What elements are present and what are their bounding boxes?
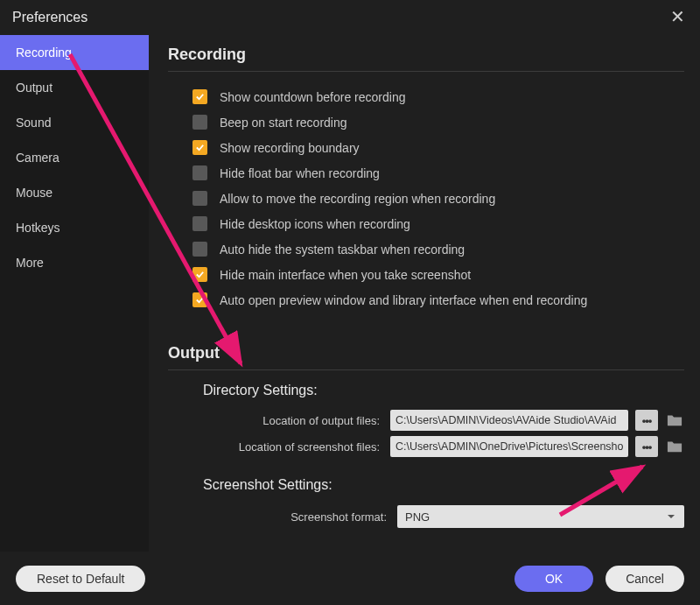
option-row: Hide desktop icons when recording <box>168 211 684 236</box>
output-path-input[interactable]: C:\Users\ADMIN\Videos\AVAide Studio\AVAi… <box>390 410 628 431</box>
checkbox[interactable] <box>192 165 207 180</box>
sidebar-item-mouse[interactable]: Mouse <box>0 175 149 210</box>
chevron-down-icon <box>666 511 676 522</box>
option-row: Allow to move the recording region when … <box>168 186 684 211</box>
sidebar-item-hotkeys[interactable]: Hotkeys <box>0 210 149 245</box>
cancel-button[interactable]: Cancel <box>606 566 684 592</box>
window-title: Preferences <box>12 10 88 25</box>
option-label: Hide float bar when recording <box>220 166 380 180</box>
checkbox[interactable] <box>192 292 207 307</box>
format-value: PNG <box>405 510 430 524</box>
option-row: Auto open preview window and library int… <box>168 287 684 313</box>
checkbox[interactable] <box>192 89 207 104</box>
sidebar-item-label: Hotkeys <box>16 221 60 235</box>
option-label: Show countdown before recording <box>220 90 405 104</box>
browse-button[interactable]: ••• <box>635 436 658 457</box>
option-label: Allow to move the recording region when … <box>220 192 495 206</box>
sidebar-item-output[interactable]: Output <box>0 70 149 105</box>
checkbox[interactable] <box>192 267 207 282</box>
sidebar: Recording Output Sound Camera Mouse Hotk… <box>0 35 149 552</box>
checkbox[interactable] <box>192 191 207 206</box>
dir-label: Location of output files: <box>168 414 383 427</box>
checkbox[interactable] <box>192 115 207 130</box>
sidebar-item-label: Output <box>16 81 52 95</box>
sidebar-item-label: More <box>16 256 44 270</box>
format-row: Screenshot format: PNG <box>168 502 684 531</box>
option-row: Show recording boundary <box>168 135 684 160</box>
reset-button[interactable]: Reset to Default <box>16 566 145 592</box>
option-row: Hide float bar when recording <box>168 160 684 186</box>
sidebar-item-label: Sound <box>16 116 51 130</box>
body: Recording Output Sound Camera Mouse Hotk… <box>0 35 700 552</box>
output-section: Output Directory Settings: Location of o… <box>168 344 684 531</box>
ok-button[interactable]: OK <box>514 566 593 592</box>
footer-right: OK Cancel <box>514 566 684 592</box>
format-select[interactable]: PNG <box>397 505 684 528</box>
sidebar-item-label: Mouse <box>16 186 52 200</box>
option-label: Show recording boundary <box>220 141 360 155</box>
sidebar-item-more[interactable]: More <box>0 245 149 280</box>
option-label: Auto open preview window and library int… <box>220 293 587 307</box>
option-label: Hide desktop icons when recording <box>220 217 410 231</box>
dir-label: Location of screenshot files: <box>168 440 383 454</box>
close-icon[interactable]: ✕ <box>667 7 688 28</box>
checkbox[interactable] <box>192 242 207 257</box>
open-folder-icon[interactable] <box>665 410 684 431</box>
option-row: Hide main interface when you take screen… <box>168 262 684 287</box>
option-row: Auto hide the system taskbar when record… <box>168 236 684 262</box>
sidebar-item-camera[interactable]: Camera <box>0 140 149 175</box>
option-label: Auto hide the system taskbar when record… <box>220 243 465 257</box>
sidebar-item-label: Camera <box>16 151 60 165</box>
checkbox[interactable] <box>192 140 207 155</box>
dir-row-output: Location of output files: C:\Users\ADMIN… <box>168 407 684 433</box>
sidebar-item-recording[interactable]: Recording <box>0 35 149 70</box>
titlebar: Preferences ✕ <box>0 0 700 35</box>
option-row: Beep on start recording <box>168 109 684 135</box>
subhead-directory: Directory Settings: <box>203 383 684 398</box>
sidebar-item-sound[interactable]: Sound <box>0 105 149 140</box>
option-row: Show countdown before recording <box>168 84 684 109</box>
option-label: Hide main interface when you take screen… <box>220 268 471 282</box>
open-folder-icon[interactable] <box>665 436 684 457</box>
sidebar-item-label: Recording <box>16 46 72 60</box>
footer: Reset to Default OK Cancel <box>0 552 700 605</box>
screenshot-path-input[interactable]: C:\Users\ADMIN\OneDrive\Pictures\Screens… <box>390 436 628 457</box>
section-title-output: Output <box>168 344 684 370</box>
option-label: Beep on start recording <box>220 116 347 130</box>
format-label: Screenshot format: <box>168 510 390 524</box>
content: Recording Show countdown before recordin… <box>149 35 700 552</box>
section-title-recording: Recording <box>168 46 684 72</box>
checkbox[interactable] <box>192 216 207 231</box>
subhead-screenshot: Screenshot Settings: <box>203 477 684 493</box>
dir-row-screenshot: Location of screenshot files: C:\Users\A… <box>168 433 684 460</box>
browse-button[interactable]: ••• <box>635 410 658 431</box>
